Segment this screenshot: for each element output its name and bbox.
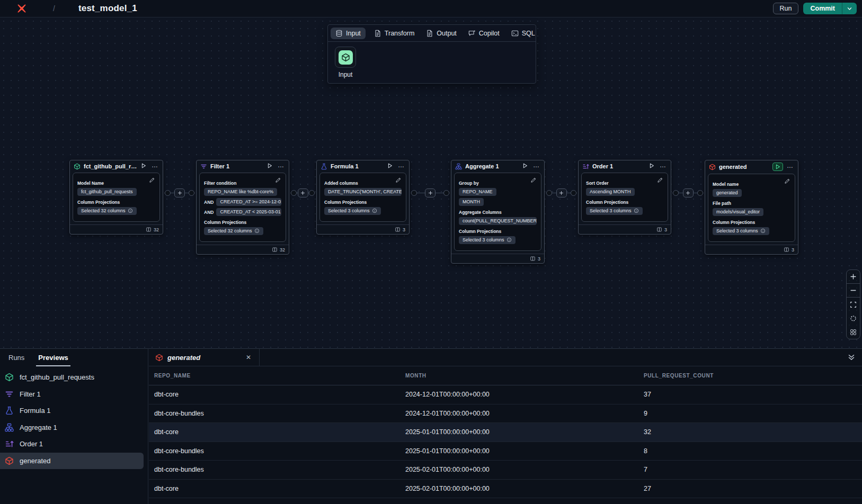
preview-tab-bar: generated ✕ xyxy=(149,349,862,366)
node-menu-button[interactable]: … xyxy=(786,164,794,170)
palette-tab-label: Input xyxy=(346,30,361,37)
canvas-node-fct_github_pull_requests[interactable]: fct_github_pull_requests…Model Namefct_g… xyxy=(69,160,163,235)
add-node-button[interactable] xyxy=(683,188,694,197)
zoom-in-button[interactable] xyxy=(847,270,860,284)
node-menu-button[interactable]: … xyxy=(659,163,667,169)
add-node-button[interactable] xyxy=(425,188,436,197)
edit-pencil-icon[interactable] xyxy=(784,178,790,184)
output-port[interactable] xyxy=(291,190,297,196)
palette-item-input[interactable]: Input xyxy=(335,47,356,78)
info-icon[interactable] xyxy=(506,237,512,242)
table-row[interactable]: dbt-core-bundles2025-02-01T00:00:00+00:0… xyxy=(149,461,862,480)
palette-tab-copilot[interactable]: Copilot xyxy=(463,25,505,41)
edit-pencil-icon[interactable] xyxy=(530,177,537,183)
palette-tab-output[interactable]: Output xyxy=(420,25,463,41)
commit-button[interactable]: Commit xyxy=(803,3,842,14)
table-row[interactable]: dbt-core2025-01-01T00:00:00+00:0032 xyxy=(149,423,862,442)
canvas-node-Aggregate 1[interactable]: Aggregate 1…Group byREPO_NAMEMONTHAggreg… xyxy=(451,160,545,264)
node-run-button[interactable] xyxy=(266,163,274,170)
add-node-button[interactable] xyxy=(174,188,185,197)
edit-pencil-icon[interactable] xyxy=(275,177,281,183)
canvas-node-generated[interactable]: generated…Model namegeneratedFile pathmo… xyxy=(705,160,798,255)
node-chip: models/visual_editor xyxy=(713,208,763,216)
info-icon[interactable] xyxy=(372,208,377,213)
add-node-button[interactable] xyxy=(556,188,567,197)
node-run-button[interactable] xyxy=(140,163,148,170)
palette-tab-sql[interactable]: SQL xyxy=(505,25,541,41)
canvas-node-Order 1[interactable]: Order 1…Sort OrderAscending MONTHColumn … xyxy=(578,160,671,235)
palette-tab-input[interactable]: Input xyxy=(328,25,368,41)
node-title: Formula 1 xyxy=(331,163,384,169)
node-run-button[interactable] xyxy=(522,163,529,170)
input-port[interactable] xyxy=(443,190,449,196)
fit-view-button[interactable] xyxy=(847,298,860,311)
table-row[interactable]: dbt-core-bundles2024-12-01T00:00:00+00:0… xyxy=(149,404,862,424)
info-icon[interactable] xyxy=(760,228,766,233)
preview-tab-generated[interactable]: generated ✕ xyxy=(149,349,260,366)
output-port[interactable] xyxy=(546,190,552,196)
edit-pencil-icon[interactable] xyxy=(395,177,402,183)
input-port[interactable] xyxy=(697,190,703,196)
node-menu-button[interactable]: … xyxy=(532,163,540,169)
palette-item-label: Input xyxy=(339,71,353,78)
sidebar-item-Order 1[interactable]: Order 1 xyxy=(0,436,148,453)
node-menu-button[interactable]: … xyxy=(277,163,285,169)
table-row[interactable]: dbt-core2025-02-01T00:00:00+00:0027 xyxy=(149,480,862,499)
canvas-node-Formula 1[interactable]: Formula 1…Added columnsDATE_TRUNC('MONTH… xyxy=(316,160,410,235)
zoom-out-button[interactable] xyxy=(847,284,860,298)
node-card: Model namegeneratedFile pathmodels/visua… xyxy=(708,174,795,242)
output-port[interactable] xyxy=(165,190,171,196)
node-run-button[interactable] xyxy=(648,163,656,170)
sidebar-item-Aggregate 1[interactable]: Aggregate 1 xyxy=(0,419,148,436)
palette-tab-transform[interactable]: Transform xyxy=(368,25,421,41)
table-row[interactable]: dbt-core2024-12-01T00:00:00+00:0037 xyxy=(149,385,862,404)
table-cell: 2025-01-01T00:00:00+00:00 xyxy=(400,428,638,436)
sidebar-item-label: fct_github_pull_requests xyxy=(20,373,94,381)
preview-table-header: REPO_NAMEMONTHPULL_REQUEST_COUNT xyxy=(149,366,862,385)
column-count: 32 xyxy=(154,227,159,232)
input-port[interactable] xyxy=(571,190,576,196)
table-row[interactable]: dbt-core-bundles2025-01-01T00:00:00+00:0… xyxy=(149,442,862,461)
add-node-button[interactable] xyxy=(298,188,308,197)
cube-icon xyxy=(341,53,350,62)
info-icon[interactable] xyxy=(254,228,260,233)
edit-pencil-icon[interactable] xyxy=(149,177,155,183)
tab-runs[interactable]: Runs xyxy=(8,349,24,366)
node-header: Filter 1… xyxy=(197,160,289,172)
node-chip: MONTH xyxy=(459,198,484,206)
info-icon[interactable] xyxy=(634,208,639,213)
node-chip: Selected 3 columns xyxy=(459,236,516,244)
output-port[interactable] xyxy=(673,190,679,196)
node-run-button[interactable] xyxy=(387,163,394,170)
run-button[interactable]: Run xyxy=(773,3,799,14)
aggregate-icon xyxy=(5,423,14,432)
input-port[interactable] xyxy=(189,190,194,196)
collapse-panel-icon[interactable] xyxy=(847,353,856,362)
sidebar-item-generated[interactable]: generated xyxy=(0,453,144,470)
focus-view-button[interactable] xyxy=(847,311,860,325)
edit-pencil-icon[interactable] xyxy=(657,177,663,183)
info-icon[interactable] xyxy=(128,208,133,213)
focus-view-icon xyxy=(850,315,857,322)
node-run-button[interactable] xyxy=(772,163,783,171)
filter-icon xyxy=(5,390,14,399)
input-port[interactable] xyxy=(309,190,315,196)
tab-previews[interactable]: Previews xyxy=(38,349,68,366)
canvas-node-Filter 1[interactable]: Filter 1…Filter conditionREPO_NAME like … xyxy=(196,160,289,255)
tile-view-button[interactable] xyxy=(847,325,860,339)
node-menu-button[interactable]: … xyxy=(151,163,159,169)
close-icon[interactable]: ✕ xyxy=(244,353,253,362)
canvas[interactable]: InputTransformOutputCopilotSQL Input fct… xyxy=(0,17,862,348)
sidebar-item-fct_github_pull_requests[interactable]: fct_github_pull_requests xyxy=(0,369,148,386)
table-cell: 37 xyxy=(638,391,862,398)
output-port[interactable] xyxy=(411,190,417,196)
sql-icon xyxy=(511,30,519,37)
node-header: Order 1… xyxy=(579,160,671,172)
commit-split-button[interactable]: Commit xyxy=(803,3,857,14)
flask-icon xyxy=(5,406,14,415)
sidebar-item-Formula 1[interactable]: Formula 1 xyxy=(0,402,148,419)
node-footer: 3 xyxy=(579,224,671,234)
sidebar-item-Filter 1[interactable]: Filter 1 xyxy=(0,386,148,403)
node-menu-button[interactable]: … xyxy=(397,163,405,169)
commit-dropdown-button[interactable] xyxy=(842,3,857,14)
